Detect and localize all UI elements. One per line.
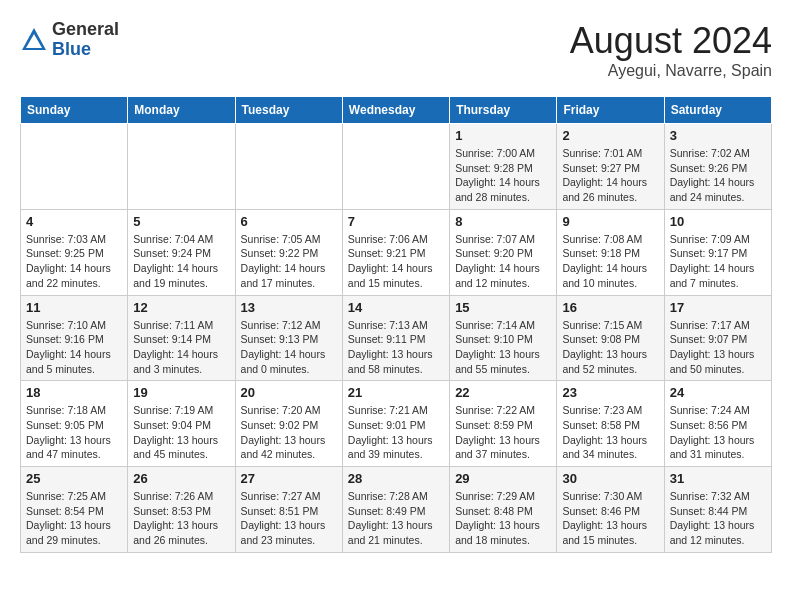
- day-cell: 7Sunrise: 7:06 AM Sunset: 9:21 PM Daylig…: [342, 209, 449, 295]
- day-number: 26: [133, 471, 229, 486]
- day-cell: 25Sunrise: 7:25 AM Sunset: 8:54 PM Dayli…: [21, 467, 128, 553]
- header-cell-thursday: Thursday: [450, 97, 557, 124]
- day-cell: 18Sunrise: 7:18 AM Sunset: 9:05 PM Dayli…: [21, 381, 128, 467]
- day-number: 1: [455, 128, 551, 143]
- day-info: Sunrise: 7:30 AM Sunset: 8:46 PM Dayligh…: [562, 489, 658, 548]
- day-number: 30: [562, 471, 658, 486]
- header-cell-wednesday: Wednesday: [342, 97, 449, 124]
- calendar-header: SundayMondayTuesdayWednesdayThursdayFrid…: [21, 97, 772, 124]
- day-info: Sunrise: 7:22 AM Sunset: 8:59 PM Dayligh…: [455, 403, 551, 462]
- day-cell: 9Sunrise: 7:08 AM Sunset: 9:18 PM Daylig…: [557, 209, 664, 295]
- logo-general: General: [52, 20, 119, 40]
- day-cell: 6Sunrise: 7:05 AM Sunset: 9:22 PM Daylig…: [235, 209, 342, 295]
- week-row-4: 25Sunrise: 7:25 AM Sunset: 8:54 PM Dayli…: [21, 467, 772, 553]
- day-number: 17: [670, 300, 766, 315]
- day-cell: 31Sunrise: 7:32 AM Sunset: 8:44 PM Dayli…: [664, 467, 771, 553]
- location: Ayegui, Navarre, Spain: [570, 62, 772, 80]
- day-info: Sunrise: 7:02 AM Sunset: 9:26 PM Dayligh…: [670, 146, 766, 205]
- day-info: Sunrise: 7:07 AM Sunset: 9:20 PM Dayligh…: [455, 232, 551, 291]
- day-info: Sunrise: 7:00 AM Sunset: 9:28 PM Dayligh…: [455, 146, 551, 205]
- day-cell: 26Sunrise: 7:26 AM Sunset: 8:53 PM Dayli…: [128, 467, 235, 553]
- day-number: 24: [670, 385, 766, 400]
- day-number: 19: [133, 385, 229, 400]
- day-info: Sunrise: 7:18 AM Sunset: 9:05 PM Dayligh…: [26, 403, 122, 462]
- day-number: 7: [348, 214, 444, 229]
- day-cell: 15Sunrise: 7:14 AM Sunset: 9:10 PM Dayli…: [450, 295, 557, 381]
- day-number: 18: [26, 385, 122, 400]
- day-cell: 4Sunrise: 7:03 AM Sunset: 9:25 PM Daylig…: [21, 209, 128, 295]
- day-info: Sunrise: 7:23 AM Sunset: 8:58 PM Dayligh…: [562, 403, 658, 462]
- day-number: 15: [455, 300, 551, 315]
- day-info: Sunrise: 7:25 AM Sunset: 8:54 PM Dayligh…: [26, 489, 122, 548]
- day-number: 13: [241, 300, 337, 315]
- title-block: August 2024 Ayegui, Navarre, Spain: [570, 20, 772, 80]
- page-header: General Blue August 2024 Ayegui, Navarre…: [20, 20, 772, 80]
- day-info: Sunrise: 7:28 AM Sunset: 8:49 PM Dayligh…: [348, 489, 444, 548]
- day-cell: 23Sunrise: 7:23 AM Sunset: 8:58 PM Dayli…: [557, 381, 664, 467]
- day-info: Sunrise: 7:17 AM Sunset: 9:07 PM Dayligh…: [670, 318, 766, 377]
- day-cell: 10Sunrise: 7:09 AM Sunset: 9:17 PM Dayli…: [664, 209, 771, 295]
- day-number: 3: [670, 128, 766, 143]
- day-number: 9: [562, 214, 658, 229]
- day-info: Sunrise: 7:06 AM Sunset: 9:21 PM Dayligh…: [348, 232, 444, 291]
- day-cell: [128, 124, 235, 210]
- header-cell-monday: Monday: [128, 97, 235, 124]
- week-row-3: 18Sunrise: 7:18 AM Sunset: 9:05 PM Dayli…: [21, 381, 772, 467]
- day-info: Sunrise: 7:29 AM Sunset: 8:48 PM Dayligh…: [455, 489, 551, 548]
- day-info: Sunrise: 7:12 AM Sunset: 9:13 PM Dayligh…: [241, 318, 337, 377]
- day-number: 16: [562, 300, 658, 315]
- day-number: 20: [241, 385, 337, 400]
- day-number: 5: [133, 214, 229, 229]
- logo-icon: [20, 26, 48, 54]
- logo: General Blue: [20, 20, 119, 60]
- day-cell: 2Sunrise: 7:01 AM Sunset: 9:27 PM Daylig…: [557, 124, 664, 210]
- day-number: 27: [241, 471, 337, 486]
- day-cell: [342, 124, 449, 210]
- day-number: 10: [670, 214, 766, 229]
- day-info: Sunrise: 7:24 AM Sunset: 8:56 PM Dayligh…: [670, 403, 766, 462]
- header-cell-saturday: Saturday: [664, 97, 771, 124]
- day-info: Sunrise: 7:11 AM Sunset: 9:14 PM Dayligh…: [133, 318, 229, 377]
- day-cell: 12Sunrise: 7:11 AM Sunset: 9:14 PM Dayli…: [128, 295, 235, 381]
- day-info: Sunrise: 7:15 AM Sunset: 9:08 PM Dayligh…: [562, 318, 658, 377]
- logo-blue: Blue: [52, 40, 119, 60]
- day-cell: 28Sunrise: 7:28 AM Sunset: 8:49 PM Dayli…: [342, 467, 449, 553]
- day-number: 6: [241, 214, 337, 229]
- day-info: Sunrise: 7:10 AM Sunset: 9:16 PM Dayligh…: [26, 318, 122, 377]
- week-row-1: 4Sunrise: 7:03 AM Sunset: 9:25 PM Daylig…: [21, 209, 772, 295]
- week-row-0: 1Sunrise: 7:00 AM Sunset: 9:28 PM Daylig…: [21, 124, 772, 210]
- day-cell: 11Sunrise: 7:10 AM Sunset: 9:16 PM Dayli…: [21, 295, 128, 381]
- day-info: Sunrise: 7:19 AM Sunset: 9:04 PM Dayligh…: [133, 403, 229, 462]
- day-number: 2: [562, 128, 658, 143]
- day-info: Sunrise: 7:27 AM Sunset: 8:51 PM Dayligh…: [241, 489, 337, 548]
- day-number: 29: [455, 471, 551, 486]
- day-cell: 3Sunrise: 7:02 AM Sunset: 9:26 PM Daylig…: [664, 124, 771, 210]
- day-info: Sunrise: 7:13 AM Sunset: 9:11 PM Dayligh…: [348, 318, 444, 377]
- day-cell: 20Sunrise: 7:20 AM Sunset: 9:02 PM Dayli…: [235, 381, 342, 467]
- day-info: Sunrise: 7:08 AM Sunset: 9:18 PM Dayligh…: [562, 232, 658, 291]
- calendar-body: 1Sunrise: 7:00 AM Sunset: 9:28 PM Daylig…: [21, 124, 772, 553]
- day-number: 31: [670, 471, 766, 486]
- day-number: 11: [26, 300, 122, 315]
- day-cell: 24Sunrise: 7:24 AM Sunset: 8:56 PM Dayli…: [664, 381, 771, 467]
- day-number: 12: [133, 300, 229, 315]
- day-cell: 27Sunrise: 7:27 AM Sunset: 8:51 PM Dayli…: [235, 467, 342, 553]
- calendar-table: SundayMondayTuesdayWednesdayThursdayFrid…: [20, 96, 772, 553]
- day-cell: 13Sunrise: 7:12 AM Sunset: 9:13 PM Dayli…: [235, 295, 342, 381]
- day-cell: 17Sunrise: 7:17 AM Sunset: 9:07 PM Dayli…: [664, 295, 771, 381]
- header-cell-friday: Friday: [557, 97, 664, 124]
- day-info: Sunrise: 7:01 AM Sunset: 9:27 PM Dayligh…: [562, 146, 658, 205]
- day-cell: [21, 124, 128, 210]
- day-cell: 5Sunrise: 7:04 AM Sunset: 9:24 PM Daylig…: [128, 209, 235, 295]
- day-number: 4: [26, 214, 122, 229]
- day-number: 8: [455, 214, 551, 229]
- month-year: August 2024: [570, 20, 772, 62]
- header-row: SundayMondayTuesdayWednesdayThursdayFrid…: [21, 97, 772, 124]
- logo-text: General Blue: [52, 20, 119, 60]
- day-info: Sunrise: 7:26 AM Sunset: 8:53 PM Dayligh…: [133, 489, 229, 548]
- day-cell: 21Sunrise: 7:21 AM Sunset: 9:01 PM Dayli…: [342, 381, 449, 467]
- day-info: Sunrise: 7:20 AM Sunset: 9:02 PM Dayligh…: [241, 403, 337, 462]
- day-number: 22: [455, 385, 551, 400]
- day-info: Sunrise: 7:09 AM Sunset: 9:17 PM Dayligh…: [670, 232, 766, 291]
- day-cell: 29Sunrise: 7:29 AM Sunset: 8:48 PM Dayli…: [450, 467, 557, 553]
